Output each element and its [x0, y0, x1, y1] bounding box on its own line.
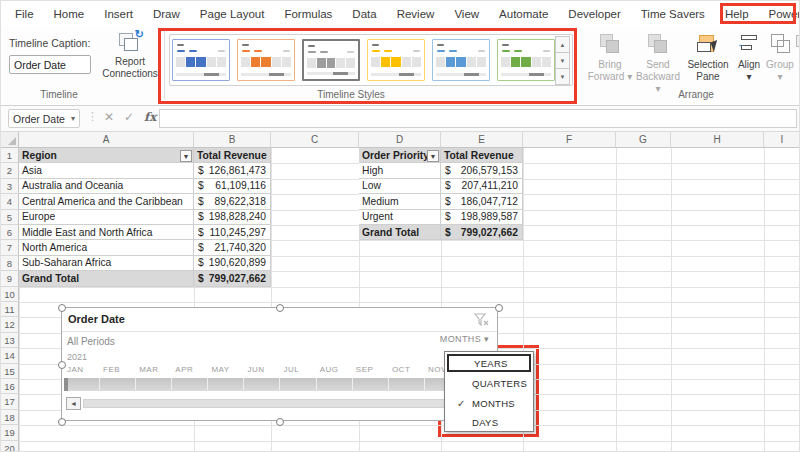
label-cell[interactable]: Australia and Oceania	[19, 179, 194, 194]
column-header-C[interactable]: C	[271, 132, 359, 148]
cancel-icon[interactable]: ✕	[104, 110, 114, 124]
menu-item-days[interactable]: DAYS	[447, 414, 531, 432]
month-segment[interactable]	[208, 378, 244, 391]
gallery-more-button[interactable]: ▼	[555, 68, 570, 85]
column-header-F[interactable]: F	[523, 132, 616, 148]
revenue-cell[interactable]: $190,620,899	[194, 256, 271, 271]
revenue-cell[interactable]: $799,027,662	[194, 271, 271, 286]
revenue-cell[interactable]: $110,245,297	[194, 225, 271, 240]
row-header-2[interactable]: 2	[1, 163, 19, 178]
name-box-dropdown-icon[interactable]: ▾	[71, 114, 75, 123]
tab-formulas[interactable]: Formulas	[274, 3, 342, 25]
tab-draw[interactable]: Draw	[143, 3, 190, 25]
row-header-10[interactable]: 10	[1, 287, 19, 302]
select-all-button[interactable]	[1, 132, 19, 148]
tab-view[interactable]: View	[444, 3, 489, 25]
timeline-scroll-left-button[interactable]: ◄	[66, 397, 81, 410]
timeline-granularity-selector[interactable]: MONTHS ▾	[440, 334, 489, 344]
timeline-selection-handle[interactable]	[64, 378, 68, 391]
label-cell[interactable]: Middle East and North Africa	[19, 225, 194, 240]
row-header-18[interactable]: 18	[1, 410, 19, 425]
tab-power-pivot[interactable]: Power Pivot	[759, 3, 800, 25]
revenue-cell[interactable]: $61,109,116	[194, 179, 271, 194]
label-cell[interactable]: Sub-Saharan Africa	[19, 256, 194, 271]
revenue-cell[interactable]: $21,740,320	[194, 240, 271, 255]
resize-handle[interactable]	[495, 304, 503, 312]
gallery-scroll-up-button[interactable]: ▲	[555, 36, 570, 53]
menu-item-months[interactable]: MONTHS✓	[447, 395, 531, 413]
row-header-14[interactable]: 14	[1, 348, 19, 363]
table-header-cell[interactable]: Region▼	[19, 148, 194, 163]
revenue-cell[interactable]: $207,411,210	[441, 179, 523, 194]
label-cell[interactable]: Asia	[19, 163, 194, 178]
row-header-11[interactable]: 11	[1, 302, 19, 317]
menu-item-quarters[interactable]: QUARTERS	[447, 375, 531, 393]
filter-dropdown-button[interactable]: ▼	[180, 150, 192, 162]
revenue-cell[interactable]: $126,861,473	[194, 163, 271, 178]
table-header-cell[interactable]: Order Priority▼	[359, 148, 441, 163]
label-cell[interactable]: Urgent	[359, 210, 441, 225]
column-header-A[interactable]: A	[19, 132, 194, 148]
revenue-cell[interactable]: $198,989,587	[441, 210, 523, 225]
column-header-I[interactable]: I	[764, 132, 800, 148]
row-header-5[interactable]: 5	[1, 210, 19, 225]
month-segment[interactable]	[172, 378, 208, 391]
row-header-9[interactable]: 9	[1, 271, 19, 286]
tab-file[interactable]: File	[5, 3, 44, 25]
tab-review[interactable]: Review	[387, 3, 445, 25]
month-segment[interactable]	[136, 378, 172, 391]
tab-developer[interactable]: Developer	[558, 3, 630, 25]
row-header-12[interactable]: 12	[1, 317, 19, 332]
row-header-6[interactable]: 6	[1, 225, 19, 240]
month-segment[interactable]	[64, 378, 100, 391]
table-header-cell[interactable]: Total Revenue	[194, 148, 271, 163]
revenue-cell[interactable]: $799,027,662	[441, 225, 523, 240]
tab-page-layout[interactable]: Page Layout	[190, 3, 275, 25]
resize-handle[interactable]	[58, 304, 66, 312]
style-thumb-blue[interactable]	[172, 39, 230, 81]
tab-automate[interactable]: Automate	[489, 3, 558, 25]
timeline-slicer[interactable]: Order Date All Periods MONTHS ▾ 2021 JAN…	[61, 307, 498, 421]
fx-icon[interactable]: fx	[144, 110, 156, 124]
label-cell[interactable]: High	[359, 163, 441, 178]
enter-icon[interactable]: ✓	[124, 110, 134, 124]
tab-home[interactable]: Home	[44, 3, 95, 25]
timeline-caption-input[interactable]	[9, 55, 91, 74]
row-header-7[interactable]: 7	[1, 240, 19, 255]
tab-data[interactable]: Data	[342, 3, 386, 25]
column-header-D[interactable]: D	[359, 132, 441, 148]
row-header-13[interactable]: 13	[1, 333, 19, 348]
resize-handle[interactable]	[58, 418, 66, 426]
timeline-scrollbar-thumb[interactable]	[83, 399, 495, 408]
row-header-4[interactable]: 4	[1, 194, 19, 209]
timeline-scrollbar[interactable]	[83, 399, 495, 408]
tab-insert[interactable]: Insert	[94, 3, 143, 25]
grand-total-label-cell[interactable]: Grand Total	[19, 271, 194, 286]
row-header-1[interactable]: 1	[1, 148, 19, 163]
revenue-cell[interactable]: $206,579,153	[441, 163, 523, 178]
timeline-selection-bar[interactable]	[64, 378, 497, 391]
menu-item-years[interactable]: YEARS	[447, 354, 531, 372]
row-header-3[interactable]: 3	[1, 179, 19, 194]
partial-ribbon-button[interactable]	[795, 33, 800, 73]
grand-total-label-cell[interactable]: Grand Total	[359, 225, 441, 240]
tab-help[interactable]: Help	[715, 3, 759, 25]
row-header-8[interactable]: 8	[1, 256, 19, 271]
formula-input[interactable]	[159, 109, 797, 128]
label-cell[interactable]: Central America and the Caribbean	[19, 194, 194, 209]
tab-time-savers[interactable]: Time Savers	[631, 3, 715, 25]
style-thumb-gray[interactable]	[302, 39, 360, 81]
column-header-H[interactable]: H	[671, 132, 764, 148]
column-header-G[interactable]: G	[616, 132, 671, 148]
clear-filter-icon[interactable]	[474, 313, 490, 327]
style-thumb-light-blue[interactable]	[432, 39, 490, 81]
month-segment[interactable]	[353, 378, 389, 391]
report-connections-button[interactable]: ↻ Report Connections	[99, 31, 161, 97]
month-segment[interactable]	[100, 378, 136, 391]
name-box[interactable]: Order Date ▾	[8, 109, 80, 128]
style-thumb-orange[interactable]	[237, 39, 295, 81]
revenue-cell[interactable]: $89,622,318	[194, 194, 271, 209]
row-header-16[interactable]: 16	[1, 379, 19, 394]
table-header-cell[interactable]: Total Revenue	[441, 148, 523, 163]
revenue-cell[interactable]: $186,047,712	[441, 194, 523, 209]
